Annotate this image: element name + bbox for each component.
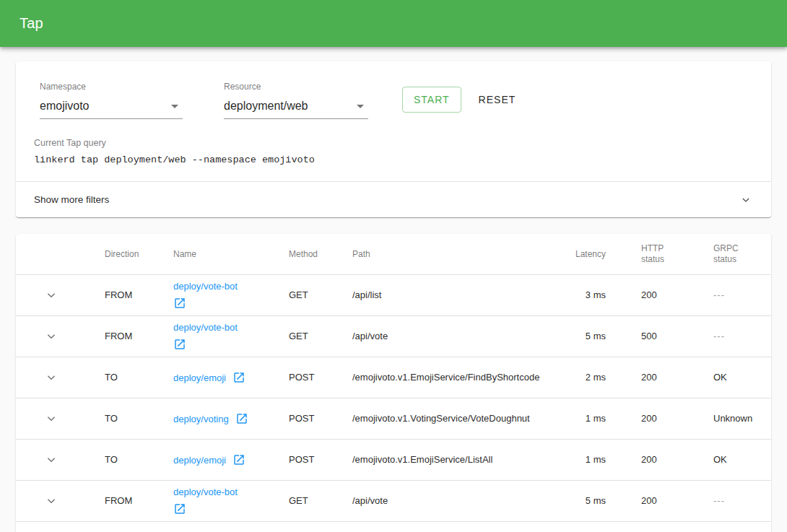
chevron-down-icon bbox=[43, 452, 59, 468]
show-more-filters-toggle[interactable]: Show more filters bbox=[16, 182, 771, 217]
resource-link-label: deploy/vote-bot bbox=[173, 322, 238, 333]
chevron-down-icon bbox=[43, 287, 59, 303]
latency-cell: 1 ms bbox=[555, 398, 610, 439]
page-title: Tap bbox=[19, 15, 43, 32]
http-status-cell: 200 bbox=[610, 357, 699, 398]
table-row: TO deploy/emoji POST /emojivoto.v1.Emoji… bbox=[16, 439, 771, 480]
name-cell: deploy/vote-bot bbox=[173, 274, 289, 315]
start-button[interactable]: START bbox=[402, 87, 461, 113]
table-row: TO deploy/voting POST /emojivoto.v1.Voti… bbox=[16, 398, 771, 439]
resource-link-label: deploy/emoji bbox=[173, 372, 226, 383]
latency-cell: 5 ms bbox=[555, 315, 610, 357]
http-status-cell: 500 bbox=[610, 315, 699, 357]
path-cell: /api/vote bbox=[352, 480, 555, 521]
method-cell: GET bbox=[289, 274, 352, 315]
chevron-down-icon[interactable] bbox=[739, 193, 753, 207]
name-cell: deploy/vote-bot bbox=[173, 315, 289, 357]
resource-link[interactable]: deploy/emoji bbox=[173, 371, 245, 384]
expand-row-button[interactable] bbox=[40, 449, 62, 471]
grpc-status-cell: --- bbox=[699, 315, 771, 357]
expand-row-button[interactable] bbox=[40, 284, 62, 306]
latency-cell: 5 ms bbox=[555, 480, 610, 521]
column-header-method: Method bbox=[289, 234, 352, 274]
tap-table-body: FROM deploy/vote-bot GET /api/list 3 ms … bbox=[16, 274, 771, 521]
open-in-new-icon bbox=[173, 338, 186, 351]
name-cell: deploy/voting bbox=[173, 398, 289, 439]
resource-link-label: deploy/vote-bot bbox=[173, 281, 238, 292]
path-cell: /emojivoto.v1.EmojiService/FindByShortco… bbox=[352, 357, 555, 398]
open-in-new-icon bbox=[173, 297, 186, 310]
direction-cell: FROM bbox=[87, 315, 173, 357]
column-header-http-status: HTTP status bbox=[610, 234, 699, 274]
tap-results-table: Direction Name Method Path Latency HTTP … bbox=[16, 234, 771, 522]
resource-link[interactable]: deploy/emoji bbox=[173, 453, 245, 466]
resource-select[interactable]: Resource deployment/web bbox=[224, 82, 368, 119]
show-more-filters-label: Show more filters bbox=[34, 194, 109, 205]
open-in-new-icon bbox=[173, 502, 186, 515]
expand-row-button[interactable] bbox=[40, 326, 62, 347]
name-cell: deploy/vote-bot bbox=[173, 480, 289, 521]
resource-link-label: deploy/voting bbox=[173, 414, 229, 424]
direction-cell: TO bbox=[87, 357, 173, 398]
direction-cell: TO bbox=[87, 439, 173, 480]
resource-link-label: deploy/emoji bbox=[173, 455, 226, 466]
path-cell: /emojivoto.v1.VotingService/VoteDoughnut bbox=[352, 398, 555, 439]
chevron-down-icon bbox=[43, 493, 59, 509]
path-cell: /emojivoto.v1.EmojiService/ListAll bbox=[352, 439, 555, 480]
http-status-cell: 200 bbox=[610, 439, 699, 480]
resource-link[interactable]: deploy/vote-bot bbox=[173, 486, 238, 515]
resource-link-label: deploy/vote-bot bbox=[173, 487, 238, 497]
latency-cell: 1 ms bbox=[555, 439, 610, 480]
dropdown-caret-icon bbox=[357, 105, 364, 108]
direction-cell: FROM bbox=[87, 480, 173, 521]
grpc-status-cell: --- bbox=[699, 274, 771, 315]
chevron-down-icon bbox=[43, 328, 59, 344]
chevron-down-icon bbox=[43, 370, 59, 385]
method-cell: POST bbox=[289, 398, 352, 439]
column-header-path: Path bbox=[352, 234, 555, 274]
dropdown-caret-icon bbox=[171, 105, 178, 108]
path-cell: /api/list bbox=[352, 274, 555, 315]
open-in-new-icon bbox=[232, 453, 245, 466]
filters-row: Namespace emojivoto Resource deployment/… bbox=[16, 61, 771, 119]
direction-cell: TO bbox=[87, 398, 173, 439]
query-label: Current Tap query bbox=[34, 138, 753, 148]
column-header-latency: Latency bbox=[555, 234, 610, 274]
http-status-cell: 200 bbox=[610, 274, 699, 315]
latency-cell: 3 ms bbox=[555, 274, 610, 315]
namespace-label: Namespace bbox=[40, 82, 183, 92]
column-header-expand bbox=[16, 234, 87, 274]
namespace-select[interactable]: Namespace emojivoto bbox=[40, 82, 183, 119]
column-header-grpc-status: GRPC status bbox=[699, 234, 771, 274]
namespace-value: emojivoto bbox=[40, 100, 89, 113]
resource-link[interactable]: deploy/vote-bot bbox=[173, 321, 238, 351]
reset-button[interactable]: RESET bbox=[467, 87, 528, 113]
open-in-new-icon bbox=[232, 371, 245, 384]
resource-label: Resource bbox=[224, 82, 368, 92]
http-status-cell: 200 bbox=[610, 480, 699, 521]
method-cell: POST bbox=[289, 439, 352, 480]
tap-filters-card: Namespace emojivoto Resource deployment/… bbox=[16, 61, 771, 217]
expand-row-button[interactable] bbox=[40, 408, 62, 429]
direction-cell: FROM bbox=[87, 274, 173, 315]
name-cell: deploy/emoji bbox=[173, 439, 289, 480]
resource-link[interactable]: deploy/voting bbox=[173, 412, 248, 425]
column-header-name: Name bbox=[173, 234, 289, 274]
app-bar: Tap bbox=[0, 0, 787, 47]
tap-results-card: Direction Name Method Path Latency HTTP … bbox=[16, 234, 771, 532]
latency-cell: 2 ms bbox=[555, 357, 610, 398]
path-cell: /api/vote bbox=[352, 315, 555, 357]
resource-value: deployment/web bbox=[224, 100, 308, 113]
name-cell: deploy/emoji bbox=[173, 357, 289, 398]
table-row: FROM deploy/vote-bot GET /api/vote 5 ms … bbox=[16, 480, 771, 521]
chevron-down-icon bbox=[43, 411, 59, 427]
http-status-cell: 200 bbox=[610, 398, 699, 439]
expand-row-button[interactable] bbox=[40, 367, 62, 388]
column-header-direction: Direction bbox=[87, 234, 173, 274]
current-query-section: Current Tap query linkerd tap deployment… bbox=[16, 119, 771, 181]
method-cell: GET bbox=[289, 480, 352, 521]
open-in-new-icon bbox=[235, 412, 248, 425]
resource-link[interactable]: deploy/vote-bot bbox=[173, 280, 238, 310]
grpc-status-cell: --- bbox=[699, 480, 771, 521]
expand-row-button[interactable] bbox=[40, 490, 62, 512]
